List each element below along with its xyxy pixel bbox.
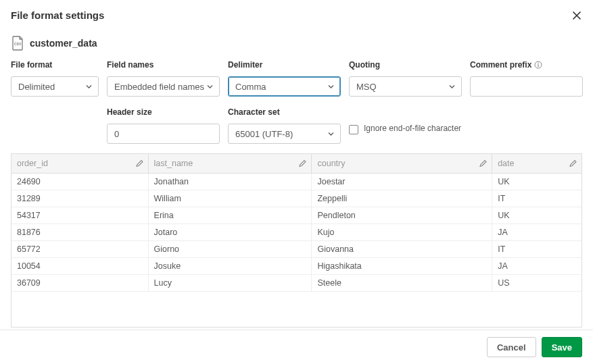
- edit-column-icon[interactable]: [569, 159, 577, 167]
- column-header: country: [312, 154, 492, 173]
- table-cell: 81876: [11, 224, 148, 240]
- table-row: 54317ErinaPendletonUK: [11, 207, 582, 224]
- delimiter-select[interactable]: Comma: [228, 76, 341, 97]
- table-row: 10054JosukeHigashikataJA: [11, 257, 582, 274]
- table-cell: William: [148, 190, 312, 207]
- label-quoting: Quoting: [349, 60, 462, 70]
- table-cell: Giorno: [148, 240, 312, 257]
- table-cell: Josuke: [148, 257, 312, 274]
- table-cell: JA: [492, 257, 582, 274]
- table-cell: 65772: [11, 240, 148, 257]
- table-cell: Jotaro: [148, 224, 312, 240]
- save-button[interactable]: Save: [542, 337, 582, 357]
- header-size-input[interactable]: 0: [107, 124, 220, 144]
- edit-column-icon[interactable]: [479, 159, 488, 167]
- file-format-select[interactable]: Delimited: [11, 76, 99, 97]
- chevron-down-icon: [327, 130, 335, 138]
- table-cell: JA: [492, 224, 582, 240]
- svg-rect-3: [538, 64, 539, 67]
- label-field-names: Field names: [107, 60, 220, 70]
- quoting-select[interactable]: MSQ: [349, 76, 462, 97]
- comment-prefix-input[interactable]: [470, 76, 583, 97]
- table-row: 24690JonathanJoestarUK: [11, 173, 582, 190]
- ignore-eof-checkbox[interactable]: [349, 125, 358, 134]
- csv-file-icon: CSV: [11, 36, 24, 51]
- chevron-down-icon: [327, 83, 335, 90]
- svg-point-2: [538, 63, 540, 64]
- table-cell: Zeppelli: [312, 190, 492, 207]
- table-cell: Lucy: [148, 274, 312, 291]
- label-ignore-eof: Ignore end-of-file character: [364, 124, 461, 134]
- svg-text:CSV: CSV: [14, 42, 22, 46]
- chevron-down-icon: [85, 83, 93, 90]
- column-header: order_id: [11, 154, 148, 173]
- table-cell: 31289: [11, 190, 148, 207]
- table-cell: Kujo: [312, 224, 492, 240]
- table-cell: 36709: [11, 274, 148, 291]
- table-cell: Joestar: [312, 173, 492, 190]
- cancel-button[interactable]: Cancel: [487, 337, 536, 357]
- edit-column-icon[interactable]: [298, 159, 307, 167]
- column-header: last_name: [148, 154, 312, 173]
- table-cell: UK: [492, 173, 582, 190]
- table-cell: Pendleton: [312, 207, 492, 224]
- label-header-size: Header size: [107, 107, 220, 117]
- chevron-down-icon: [448, 83, 456, 90]
- page-title: File format settings: [11, 9, 104, 21]
- chevron-down-icon: [206, 83, 214, 90]
- label-character-set: Character set: [228, 107, 341, 117]
- table-cell: US: [492, 274, 582, 291]
- file-name: customer_data: [30, 38, 97, 49]
- table-row: 36709LucySteeleUS: [11, 274, 582, 291]
- table-cell: IT: [492, 190, 582, 207]
- field-names-select[interactable]: Embedded field names: [107, 76, 220, 97]
- table-row: 81876JotaroKujoJA: [11, 224, 582, 240]
- label-comment-prefix: Comment prefix: [470, 60, 583, 70]
- table-header-row: order_id last_name country date: [11, 154, 582, 173]
- table-cell: UK: [492, 207, 582, 224]
- table-row: 31289WilliamZeppelliIT: [11, 190, 582, 207]
- info-icon: [534, 61, 542, 69]
- table-cell: Steele: [312, 274, 492, 291]
- table-row: 65772GiornoGiovannaIT: [11, 240, 582, 257]
- table-cell: 10054: [11, 257, 148, 274]
- preview-table: order_id last_name country date 24690Jon…: [11, 153, 582, 328]
- table-cell: Jonathan: [148, 173, 312, 190]
- table-cell: 24690: [11, 173, 148, 190]
- table-cell: Erina: [148, 207, 312, 224]
- label-delimiter: Delimiter: [228, 60, 341, 70]
- column-header: date: [492, 154, 582, 173]
- close-icon[interactable]: [571, 10, 582, 21]
- table-cell: Giovanna: [312, 240, 492, 257]
- edit-column-icon[interactable]: [135, 159, 144, 167]
- table-cell: IT: [492, 240, 582, 257]
- label-file-format: File format: [11, 60, 99, 70]
- character-set-select[interactable]: 65001 (UTF-8): [228, 124, 341, 144]
- table-cell: 54317: [11, 207, 148, 224]
- table-cell: Higashikata: [312, 257, 492, 274]
